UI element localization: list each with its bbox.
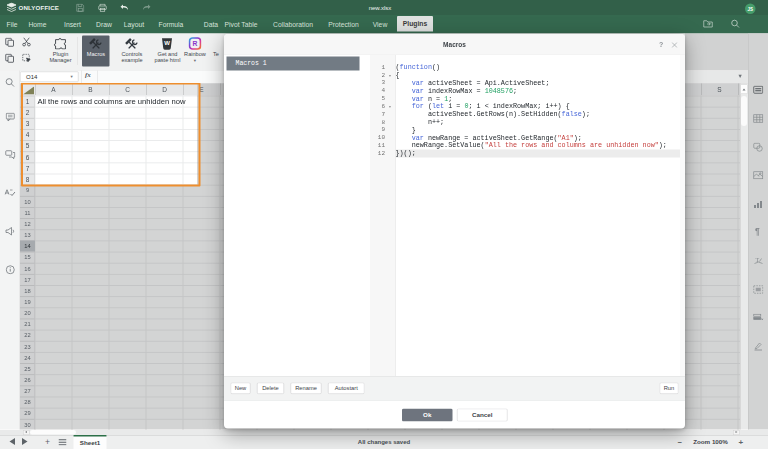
svg-text:R: R <box>193 40 198 47</box>
svg-text:T: T <box>756 257 760 263</box>
svg-text:W: W <box>164 40 170 46</box>
